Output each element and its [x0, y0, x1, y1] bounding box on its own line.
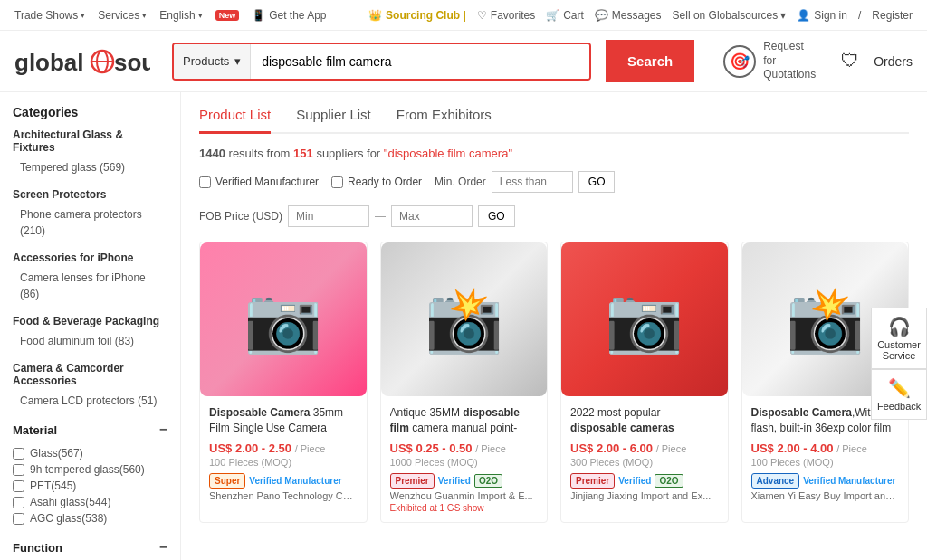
product-price-2: US$ 0.25 - 0.50 / Piece [390, 441, 539, 455]
product-price-3: US$ 2.00 - 6.00 / Piece [570, 441, 719, 455]
register-link[interactable]: Register [872, 9, 913, 22]
product-moq-4: 100 Pieces (MOQ) [751, 457, 900, 468]
verified-manufacturer-checkbox[interactable] [199, 176, 211, 188]
ready-to-order-checkbox[interactable] [331, 176, 343, 188]
tab-product-list[interactable]: Product List [199, 107, 271, 134]
results-supplier-count: 151 [293, 147, 313, 160]
sidebar-filter-pet[interactable]: PET(545) [13, 478, 167, 494]
product-card-3[interactable]: 📷 2022 most popular disposable cameras U… [560, 242, 729, 523]
sidebar-filter-9h[interactable]: 9h tempered glass(560) [13, 461, 167, 478]
sidebar-cat-item-lens[interactable]: Camera lenses for iPhone (86) [13, 268, 167, 304]
sidebar-category-glass: Architectural Glass & Fixtures Tempered … [13, 128, 167, 177]
results-query: "disposable film camera" [384, 147, 512, 160]
fob-dash: — [375, 210, 386, 223]
ready-to-order-filter[interactable]: Ready to Order [331, 176, 422, 188]
sidebar-filter-asahi[interactable]: Asahi glass(544) [13, 494, 167, 510]
fob-min-input[interactable] [288, 205, 369, 227]
header-right: 🎯 Request for Quotations 🛡 Orders [723, 40, 913, 82]
crown-icon: 👑 [368, 9, 382, 22]
trade-shows-dropdown[interactable]: Trade Shows ▾ [14, 9, 85, 22]
cart-icon: 🛒 [546, 9, 559, 22]
sidebar-cat-title-glass[interactable]: Architectural Glass & Fixtures [13, 128, 167, 154]
search-button[interactable]: Search [606, 40, 694, 82]
sidebar-categories-title: Categories [13, 105, 167, 119]
messages-link[interactable]: 💬 Messages [595, 9, 662, 22]
product-tabs: Product List Supplier List From Exhibito… [199, 107, 909, 134]
customer-service-button[interactable]: 🎧 Customer Service [871, 308, 927, 369]
sidebar-category-screen: Screen Protectors Phone camera protector… [13, 188, 167, 241]
product-moq-2: 1000 Pieces (MOQ) [390, 457, 539, 468]
english-dropdown[interactable]: English ▾ [159, 9, 202, 22]
sidebar: Categories Architectural Glass & Fixture… [0, 92, 181, 560]
services-dropdown[interactable]: Services ▾ [98, 9, 147, 22]
filter-9h-checkbox[interactable] [13, 464, 24, 476]
favorites-link[interactable]: ♡ Favorites [477, 9, 535, 22]
sidebar-cat-title-camera[interactable]: Camera & Camcorder Accessories [13, 362, 167, 387]
get-app-link[interactable]: 📱 Get the App [252, 9, 326, 22]
supplier-o2o-3: O2O [655, 474, 683, 488]
supplier-badge-premier-3: Premier [570, 473, 615, 489]
filter-agc-checkbox[interactable] [13, 513, 24, 525]
orders-button[interactable]: 🛡 Orders [834, 45, 913, 78]
search-bar: Products ▾ [172, 43, 591, 81]
messages-label: Messages [612, 9, 662, 22]
verified-manufacturer-label: Verified Manufacturer [215, 176, 319, 188]
product-supplier-2: Premier Verified O2O [390, 473, 539, 489]
tab-from-exhibitors[interactable]: From Exhibitors [397, 107, 492, 134]
fob-price-filter-group: FOB Price (USD) — GO [199, 205, 515, 227]
search-category-dropdown[interactable]: Products ▾ [174, 44, 251, 79]
sidebar-cat-item-tempered[interactable]: Tempered glass (569) [13, 157, 167, 177]
sign-in-link[interactable]: 👤 Sign in [797, 9, 847, 22]
min-order-go-button[interactable]: GO [578, 171, 616, 193]
user-icon: 👤 [797, 9, 810, 22]
svg-text:sources: sources [114, 49, 150, 76]
verified-manufacturer-filter[interactable]: Verified Manufacturer [199, 176, 319, 188]
fob-go-button[interactable]: GO [478, 205, 515, 227]
supplier-badge-advance-4: Advance [751, 473, 800, 489]
sourcing-club-link[interactable]: 👑 Sourcing Club | [368, 9, 466, 22]
fob-price-label: FOB Price (USD) [199, 210, 282, 223]
sidebar-function-collapse[interactable]: − [159, 539, 167, 555]
results-count: 1440 [199, 147, 225, 160]
sell-on-label: Sell on Globalsources [673, 9, 779, 22]
product-card-2[interactable]: 📸 Antique 35MM disposable film camera ma… [380, 242, 549, 523]
sidebar-cat-title-screen[interactable]: Screen Protectors [13, 188, 167, 201]
favorites-label: Favorites [491, 9, 535, 22]
sidebar-cat-title-food[interactable]: Food & Beverage Packaging [13, 315, 167, 327]
product-image-1: 📷 [200, 242, 367, 396]
filter-pet-label: PET(545) [30, 479, 76, 492]
cart-link[interactable]: 🛒 Cart [546, 9, 584, 22]
min-order-filter-group: Min. Order GO [435, 171, 615, 193]
sell-on-dropdown[interactable]: Sell on Globalsources ▾ [673, 9, 787, 22]
orders-icon: 🛡 [834, 45, 866, 78]
sidebar-cat-title-iphone[interactable]: Accessories for iPhone [13, 252, 167, 264]
sidebar-category-camera: Camera & Camcorder Accessories Camera LC… [13, 362, 167, 411]
product-image-3: 📷 [561, 242, 728, 396]
product-price-4: US$ 2.00 - 4.00 / Piece [751, 441, 900, 455]
feedback-button[interactable]: ✏️ Feedback [871, 369, 927, 420]
sidebar-filter-agc[interactable]: AGC glass(538) [13, 510, 167, 527]
results-text-1: results from [229, 147, 294, 160]
ready-to-order-label: Ready to Order [348, 176, 422, 188]
sidebar-material-collapse[interactable]: − [159, 422, 167, 438]
results-header: 1440 results from 151 suppliers for "dis… [199, 147, 909, 160]
sidebar-filter-glass[interactable]: Glass(567) [13, 445, 167, 461]
sidebar-cat-item-foil[interactable]: Food aluminum foil (83) [13, 331, 167, 351]
logo[interactable]: global sources [14, 45, 150, 78]
request-quotation-button[interactable]: 🎯 Request for Quotations [723, 40, 816, 82]
product-price-1: US$ 2.00 - 2.50 / Piece [209, 441, 358, 455]
tab-supplier-list[interactable]: Supplier List [296, 107, 371, 134]
filter-glass-checkbox[interactable] [13, 448, 24, 460]
supplier-name-4: Xiamen Yi Easy Buy Import and Expor... [751, 490, 900, 501]
fob-max-input[interactable] [391, 205, 473, 227]
product-card-1[interactable]: 📷 Disposable Camera 35mm Film Single Use… [199, 242, 368, 523]
sidebar-cat-item-phone[interactable]: Phone camera protectors (210) [13, 204, 167, 241]
sidebar-category-iphone: Accessories for iPhone Camera lenses for… [13, 252, 167, 304]
sidebar-cat-item-lcd[interactable]: Camera LCD protectors (51) [13, 391, 167, 411]
min-order-input[interactable] [492, 171, 573, 193]
search-input[interactable] [251, 44, 589, 79]
filter-pet-checkbox[interactable] [13, 480, 24, 492]
top-bar-left: Trade Shows ▾ Services ▾ English ▾ New 📱… [14, 9, 327, 22]
filter-asahi-label: Asahi glass(544) [30, 496, 110, 508]
filter-asahi-checkbox[interactable] [13, 497, 24, 508]
